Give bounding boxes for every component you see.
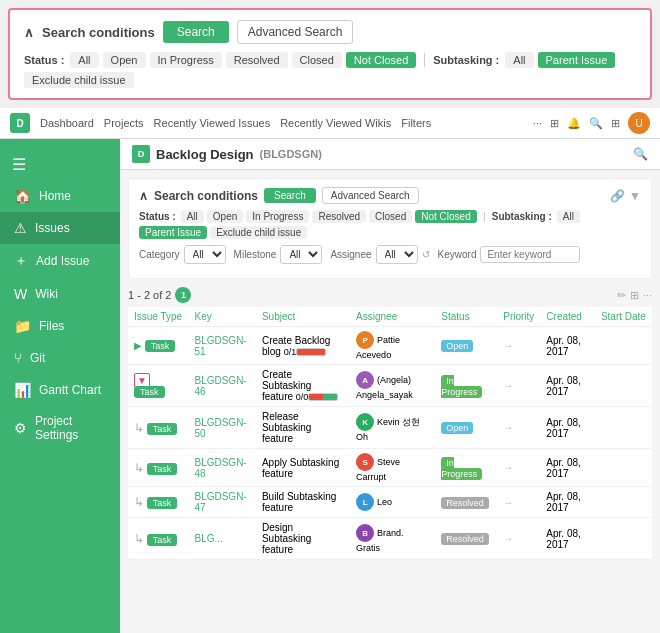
sidebar-label-gantt: Gantt Chart: [39, 383, 101, 397]
top-status-all[interactable]: All: [70, 52, 98, 68]
content-search-icon[interactable]: 🔍: [633, 147, 648, 161]
issue-key-link[interactable]: BLGDSGN-48: [194, 457, 246, 479]
sidebar-label-home: Home: [39, 189, 71, 203]
sidebar-item-wiki[interactable]: W Wiki: [0, 278, 120, 310]
nav-grid-icon[interactable]: ⊞: [611, 117, 620, 130]
sidebar-hamburger[interactable]: ☰: [0, 149, 120, 180]
filter-refresh-icon[interactable]: ↺: [422, 249, 430, 260]
filter-assignee-select[interactable]: All: [376, 245, 418, 264]
top-subtasking-exclude[interactable]: Exclude child issue: [24, 72, 134, 88]
nav-search-icon[interactable]: 🔍: [589, 117, 603, 130]
nav-view-icon[interactable]: ⊞: [550, 117, 559, 130]
issue-key-link[interactable]: BLGDSGN-50: [194, 417, 246, 439]
th-priority: Priority: [497, 307, 540, 327]
issue-key-link[interactable]: BLGDSGN-47: [194, 491, 246, 513]
inner-subtask-exclude[interactable]: Exclude child issue: [210, 226, 307, 239]
top-search-chevron-icon: ∧: [24, 25, 34, 40]
filter-keyword-label: Keyword: [438, 249, 477, 260]
status-badge: Open: [441, 422, 473, 434]
addissue-icon: ＋: [14, 252, 28, 270]
progress-text: 0/0: [296, 392, 309, 402]
th-subject: Subject: [256, 307, 350, 327]
filter-assignee-label: Assignee: [330, 249, 371, 260]
inner-filter-icon[interactable]: ▼: [629, 189, 641, 203]
issue-key-link[interactable]: BLG...: [194, 533, 222, 544]
sidebar-item-home[interactable]: 🏠 Home: [0, 180, 120, 212]
filter-row: Category All Milestone All Assignee All …: [139, 245, 641, 264]
inner-subtask-all[interactable]: All: [557, 210, 580, 223]
inner-subtask-parent[interactable]: Parent Issue: [139, 226, 207, 239]
top-subtasking-all[interactable]: All: [505, 52, 533, 68]
nav-projects[interactable]: Projects: [104, 117, 144, 129]
top-advanced-button[interactable]: Advanced Search: [237, 20, 354, 44]
sidebar-item-addissue[interactable]: ＋ Add Issue: [0, 244, 120, 278]
status-badge: Resolved: [441, 497, 489, 509]
top-status-notclosed[interactable]: Not Closed: [346, 52, 416, 68]
issue-table: Issue Type Key Subject Assignee Status P…: [128, 307, 652, 560]
assignee-avatar: S: [356, 453, 374, 471]
nav-recently-issues[interactable]: Recently Viewed Issues: [154, 117, 271, 129]
inner-status-open[interactable]: Open: [207, 210, 243, 223]
inner-advanced-button[interactable]: Advanced Search: [322, 187, 419, 204]
gantt-icon: 📊: [14, 382, 31, 398]
top-status-resolved[interactable]: Resolved: [226, 52, 288, 68]
status-badge: Resolved: [441, 533, 489, 545]
nav-bell-icon[interactable]: 🔔: [567, 117, 581, 130]
top-search-button[interactable]: Search: [163, 21, 229, 43]
project-id: (BLGDSGN): [260, 148, 322, 160]
sidebar-item-settings[interactable]: ⚙ Project Settings: [0, 406, 120, 450]
sub-indent-icon: ↳: [134, 461, 144, 475]
layout-icon[interactable]: ⊞: [630, 289, 639, 302]
sub-indent-icon: ↳: [134, 421, 144, 435]
sidebar-item-issues[interactable]: ⚠ Issues: [0, 212, 120, 244]
edit-icon[interactable]: ✏: [617, 289, 626, 302]
home-icon: 🏠: [14, 188, 31, 204]
filter-category-select[interactable]: All: [184, 245, 226, 264]
sidebar-item-gantt[interactable]: 📊 Gantt Chart: [0, 374, 120, 406]
nav-icons: ··· ⊞ 🔔 🔍 ⊞ U: [533, 112, 650, 134]
nav-more-icon[interactable]: ···: [533, 117, 542, 129]
more-icon[interactable]: ···: [643, 289, 652, 302]
top-status-closed[interactable]: Closed: [292, 52, 342, 68]
inner-status-inprogress[interactable]: In Progress: [246, 210, 309, 223]
top-status-inprogress[interactable]: In Progress: [150, 52, 222, 68]
nav-filters[interactable]: Filters: [401, 117, 431, 129]
top-status-open[interactable]: Open: [103, 52, 146, 68]
sidebar-item-files[interactable]: 📁 Files: [0, 310, 120, 342]
git-icon: ⑂: [14, 350, 22, 366]
inner-search-button[interactable]: Search: [264, 188, 316, 203]
result-count-row: 1 - 2 of 2 1 ✏ ⊞ ···: [128, 287, 652, 303]
issue-subject: Build Subtasking feature: [262, 491, 337, 513]
wiki-icon: W: [14, 286, 27, 302]
priority-arrow: →: [503, 422, 513, 433]
inner-status-closed[interactable]: Closed: [369, 210, 412, 223]
result-count-badge: 1: [175, 287, 191, 303]
top-subtasking-parent[interactable]: Parent Issue: [538, 52, 616, 68]
nav-dashboard[interactable]: Dashboard: [40, 117, 94, 129]
issue-key-link[interactable]: BLGDSGN-46: [194, 375, 246, 397]
sidebar-item-git[interactable]: ⑂ Git: [0, 342, 120, 374]
files-icon: 📁: [14, 318, 31, 334]
sidebar-label-git: Git: [30, 351, 45, 365]
issue-key-link[interactable]: BLGDSGN-51: [194, 335, 246, 357]
issue-type-tag: Task: [147, 534, 178, 546]
issue-type-tag: Task: [145, 340, 176, 352]
filter-milestone-select[interactable]: All: [280, 245, 322, 264]
status-badge: In Progress: [441, 457, 482, 480]
issues-icon: ⚠: [14, 220, 27, 236]
expand-arrow[interactable]: ▶: [134, 340, 142, 351]
priority-arrow: →: [503, 462, 513, 473]
table-row: ▶ Task BLGDSGN-51 Create Backlog blog 0/…: [128, 327, 652, 365]
nav-logo: D: [10, 113, 30, 133]
inner-status-notclosed[interactable]: Not Closed: [415, 210, 476, 223]
inner-status-resolved[interactable]: Resolved: [312, 210, 366, 223]
nav-avatar[interactable]: U: [628, 112, 650, 134]
filter-keyword-input[interactable]: [480, 246, 580, 263]
top-divider: [424, 53, 425, 67]
main-layout: ☰ 🏠 Home ⚠ Issues ＋ Add Issue W Wiki 📁 F…: [0, 139, 660, 633]
progress-bar: [296, 348, 326, 356]
assignee-avatar: L: [356, 493, 374, 511]
inner-link-icon[interactable]: 🔗: [610, 189, 625, 203]
inner-status-all[interactable]: All: [181, 210, 204, 223]
nav-recently-wikis[interactable]: Recently Viewed Wikis: [280, 117, 391, 129]
